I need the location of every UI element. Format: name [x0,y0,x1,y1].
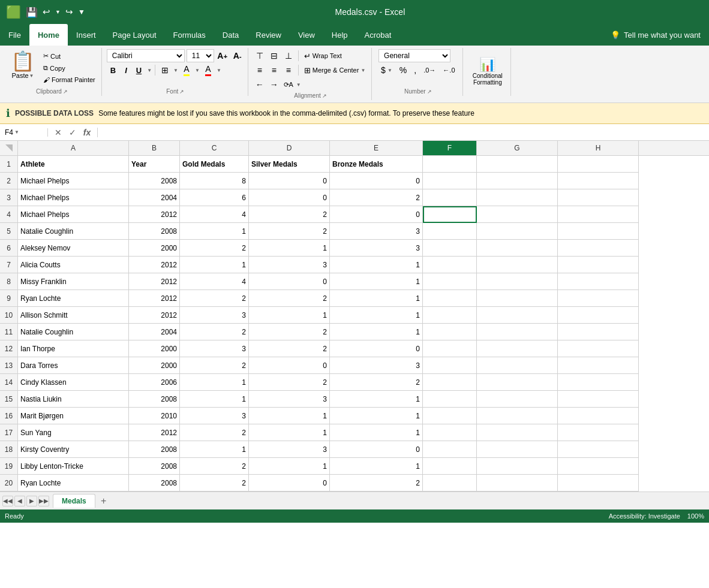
cell-F11[interactable] [423,324,477,340]
percent-button[interactable]: % [397,64,409,76]
cell-G8[interactable] [477,273,558,290]
cell-G14[interactable] [477,374,558,391]
cell-D10[interactable]: 1 [249,307,330,324]
row-header-1[interactable]: 1 [0,156,18,173]
cell-H14[interactable] [558,374,639,391]
cell-A16[interactable]: Marit Bjørgen [18,408,129,424]
font-shrink-button[interactable]: A- [231,49,244,62]
cell-G2[interactable] [477,173,558,189]
font-grow-button[interactable]: A+ [216,49,229,62]
cell-C5[interactable]: 1 [180,223,249,240]
cell-G6[interactable] [477,240,558,257]
cell-C13[interactable]: 2 [180,357,249,374]
cell-D5[interactable]: 2 [249,223,330,240]
fill-color-button[interactable]: A [180,64,193,77]
cell-H10[interactable] [558,307,639,324]
font-family-select[interactable]: Calibri [107,49,185,62]
cell-ref-dropdown-icon[interactable]: ▼ [14,129,19,135]
cell-E2[interactable]: 0 [330,173,423,189]
cell-H2[interactable] [558,173,639,189]
row-header-7[interactable]: 7 [0,257,18,273]
cell-G19[interactable] [477,458,558,475]
menu-data[interactable]: Data [214,24,247,46]
cell-G1[interactable] [477,156,558,173]
row-header-12[interactable]: 12 [0,340,18,357]
cell-D15[interactable]: 3 [249,391,330,408]
cell-H18[interactable] [558,441,639,458]
cell-reference-box[interactable]: F4 ▼ [0,128,48,137]
cell-G7[interactable] [477,257,558,273]
cell-H8[interactable] [558,273,639,290]
cell-A4[interactable]: Michael Phelps [18,206,129,223]
save-icon[interactable]: 💾 [26,7,38,18]
col-header-E[interactable]: E [330,141,423,155]
font-expand-icon[interactable]: ↗ [179,89,184,95]
cell-H6[interactable] [558,240,639,257]
row-header-17[interactable]: 17 [0,424,18,441]
italic-button[interactable]: I [121,64,131,77]
row-header-6[interactable]: 6 [0,240,18,257]
cell-D11[interactable]: 2 [249,324,330,340]
menu-page-layout[interactable]: Page Layout [104,24,165,46]
cell-E4[interactable]: 0 [330,206,423,223]
borders-button[interactable]: ⊞ [158,64,172,77]
cell-E8[interactable]: 1 [330,273,423,290]
cell-A15[interactable]: Nastia Liukin [18,391,129,408]
cell-D18[interactable]: 3 [249,441,330,458]
row-header-11[interactable]: 11 [0,324,18,340]
col-header-F[interactable]: F [423,141,477,155]
cell-D12[interactable]: 2 [249,340,330,357]
cell-F12[interactable] [423,340,477,357]
cell-G10[interactable] [477,307,558,324]
orientation-button[interactable]: ⟳A [282,78,295,91]
cell-C7[interactable]: 1 [180,257,249,273]
cell-F15[interactable] [423,391,477,408]
align-right-button[interactable]: ≡ [282,64,295,77]
formula-fx-icon[interactable]: fx [82,128,92,137]
align-top-button[interactable]: ⊤ [253,49,266,62]
formula-input[interactable] [98,128,709,137]
menu-insert[interactable]: Insert [68,24,104,46]
decimal-increase-button[interactable]: .0→ [421,65,438,75]
cell-A20[interactable]: Ryan Lochte [18,475,129,491]
currency-button[interactable]: $ ▼ [378,64,395,76]
cell-D14[interactable]: 2 [249,374,330,391]
align-bottom-button[interactable]: ⊥ [282,49,295,62]
cell-D17[interactable]: 1 [249,424,330,441]
cell-A9[interactable]: Ryan Lochte [18,290,129,307]
cell-D7[interactable]: 3 [249,257,330,273]
sheet-nav-next[interactable]: ▶ [26,496,37,506]
cell-B5[interactable]: 2008 [129,223,180,240]
cell-H9[interactable] [558,290,639,307]
borders-dropdown-icon[interactable]: ▼ [173,68,178,73]
sheet-nav-prev[interactable]: ◀ [14,496,25,506]
cut-button[interactable]: ✂ Cut [41,51,98,61]
paste-dropdown-icon[interactable]: ▼ [29,73,34,79]
cell-C4[interactable]: 4 [180,206,249,223]
cell-C15[interactable]: 1 [180,391,249,408]
sheet-nav-first[interactable]: ◀◀ [2,496,13,506]
cell-G15[interactable] [477,391,558,408]
menu-view[interactable]: View [290,24,323,46]
sheet-nav-last[interactable]: ▶▶ [38,496,49,506]
cell-A3[interactable]: Michael Phelps [18,189,129,206]
cell-G20[interactable] [477,475,558,491]
cell-E19[interactable]: 1 [330,458,423,475]
wrap-text-button[interactable]: ↵ Wrap Text [302,50,344,62]
cell-B12[interactable]: 2000 [129,340,180,357]
cell-A10[interactable]: Allison Schmitt [18,307,129,324]
cell-F18[interactable] [423,441,477,458]
cell-E14[interactable]: 2 [330,374,423,391]
cell-G18[interactable] [477,441,558,458]
alignment-expand-icon[interactable]: ↗ [322,93,327,99]
cell-H16[interactable] [558,408,639,424]
format-painter-button[interactable]: 🖌 Format Painter [41,75,98,85]
merge-dropdown-icon[interactable]: ▼ [360,68,365,73]
row-header-19[interactable]: 19 [0,458,18,475]
cell-A5[interactable]: Natalie Coughlin [18,223,129,240]
row-header-16[interactable]: 16 [0,408,18,424]
cell-F2[interactable] [423,173,477,189]
cell-G3[interactable] [477,189,558,206]
cell-B9[interactable]: 2012 [129,290,180,307]
cell-B19[interactable]: 2008 [129,458,180,475]
